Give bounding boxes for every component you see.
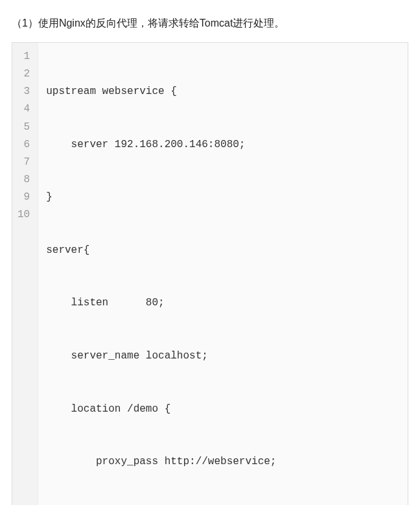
line-number: 6 xyxy=(18,136,30,154)
code-line: listen 80; xyxy=(46,294,276,312)
line-number-gutter: 1 2 3 4 5 6 7 8 9 10 xyxy=(12,43,38,505)
code-line: upstream webservice { xyxy=(46,83,276,100)
line-number: 5 xyxy=(18,119,30,136)
code-line: location /demo { xyxy=(46,401,276,418)
code-line: server 192.168.200.146:8080; xyxy=(46,136,276,154)
line-number: 10 xyxy=(18,206,30,224)
code-line: server{ xyxy=(46,242,276,259)
step-1-heading: （1）使用Nginx的反向代理，将请求转给Tomcat进行处理。 xyxy=(12,14,408,33)
code-block: 1 2 3 4 5 6 7 8 9 10 upstream webservice… xyxy=(12,42,408,505)
line-number: 1 xyxy=(18,48,30,65)
line-number: 9 xyxy=(18,189,30,206)
line-number: 8 xyxy=(18,171,30,189)
code-lines: upstream webservice { server 192.168.200… xyxy=(38,43,284,505)
line-number: 4 xyxy=(18,100,30,118)
code-line: server_name localhost; xyxy=(46,347,276,365)
line-number: 3 xyxy=(18,83,30,100)
line-number: 7 xyxy=(18,154,30,171)
code-line: } xyxy=(46,189,276,206)
code-line: proxy_pass http://webservice; xyxy=(46,453,276,471)
line-number: 2 xyxy=(18,65,30,83)
